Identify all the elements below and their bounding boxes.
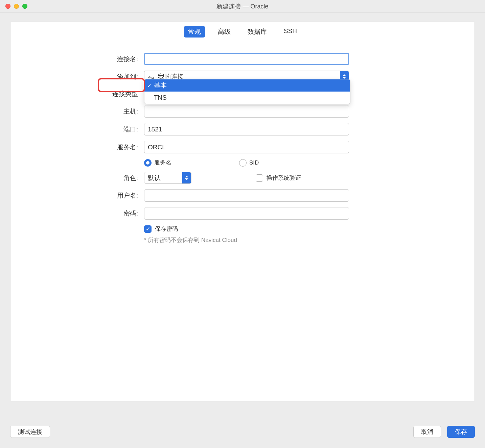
label-add-to: 添加到: bbox=[10, 72, 144, 81]
checkbox-on-icon: ✓ bbox=[144, 225, 152, 233]
plug-icon bbox=[148, 74, 155, 79]
label-service-name: 服务名: bbox=[10, 143, 144, 152]
role-value: 默认 bbox=[148, 174, 161, 182]
conn-type-option-tns[interactable]: TNS bbox=[144, 92, 350, 104]
label-password: 密码: bbox=[10, 209, 144, 218]
checkbox-off-icon bbox=[256, 174, 263, 182]
tab-ssh[interactable]: SSH bbox=[280, 26, 301, 38]
username-input[interactable] bbox=[144, 189, 349, 202]
radio-service-name[interactable]: 服务名 bbox=[144, 159, 171, 167]
tab-database[interactable]: 数据库 bbox=[244, 26, 271, 38]
role-select[interactable]: 默认 bbox=[144, 172, 191, 184]
form: 连接名: 添加到: 我的连接 连接类型 bbox=[10, 41, 475, 244]
zoom-icon[interactable] bbox=[22, 4, 27, 9]
titlebar: 新建连接 — Oracle bbox=[0, 0, 485, 13]
os-auth-check[interactable]: 操作系统验证 bbox=[256, 174, 301, 182]
minimize-icon[interactable] bbox=[14, 4, 19, 9]
label-host: 主机: bbox=[10, 107, 144, 116]
label-port: 端口: bbox=[10, 125, 144, 134]
label-conn-name: 连接名: bbox=[10, 55, 144, 64]
label-username: 用户名: bbox=[10, 191, 144, 200]
chevron-updown-icon bbox=[182, 172, 191, 183]
tab-advanced[interactable]: 高级 bbox=[214, 26, 235, 38]
port-input[interactable] bbox=[144, 123, 349, 135]
window-title: 新建连接 — Oracle bbox=[0, 2, 485, 10]
save-password-check[interactable]: ✓ 保存密码 bbox=[144, 225, 349, 233]
radio-on-icon bbox=[144, 159, 152, 167]
host-input[interactable] bbox=[144, 105, 349, 118]
window-controls bbox=[5, 4, 27, 9]
footer: 测试连接 取消 保存 bbox=[10, 426, 475, 438]
check-icon: ✓ bbox=[147, 82, 152, 89]
cancel-button[interactable]: 取消 bbox=[413, 426, 441, 438]
password-note: * 所有密码不会保存到 Navicat Cloud bbox=[144, 236, 349, 244]
svg-point-0 bbox=[148, 77, 149, 78]
label-conn-type: 连接类型 bbox=[10, 90, 144, 98]
tab-bar: 常规 高级 数据库 SSH bbox=[10, 22, 475, 41]
svg-point-1 bbox=[153, 77, 154, 78]
conn-name-input[interactable] bbox=[144, 53, 349, 65]
conn-type-option-basic[interactable]: ✓ 基本 bbox=[144, 79, 350, 92]
label-role: 角色: bbox=[10, 174, 144, 182]
radio-sid[interactable]: SID bbox=[239, 159, 259, 167]
radio-off-icon bbox=[239, 159, 247, 167]
tab-general[interactable]: 常规 bbox=[184, 26, 205, 38]
service-name-input[interactable] bbox=[144, 141, 349, 153]
close-icon[interactable] bbox=[5, 4, 10, 9]
password-input[interactable] bbox=[144, 207, 349, 220]
main-panel: 常规 高级 数据库 SSH 连接名: 添加到: 我的连接 bbox=[10, 22, 475, 401]
test-connection-button[interactable]: 测试连接 bbox=[10, 426, 50, 438]
conn-type-dropdown: ✓ 基本 TNS bbox=[144, 79, 350, 104]
save-button[interactable]: 保存 bbox=[447, 426, 475, 438]
